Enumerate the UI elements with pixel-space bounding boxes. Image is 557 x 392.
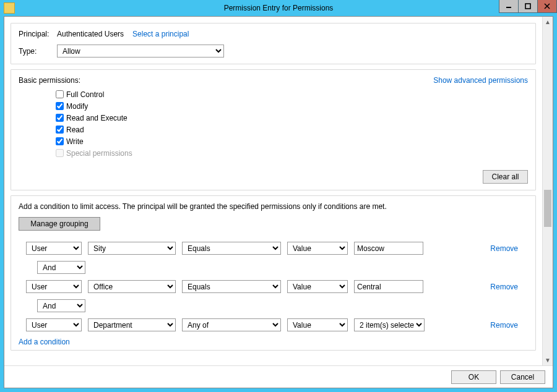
condition-attribute-select[interactable]: Sity	[88, 242, 176, 255]
condition-joiner-row: And	[26, 299, 528, 312]
perm-write-checkbox[interactable]	[56, 137, 64, 145]
condition-row: User Sity Equals Value Remove	[26, 242, 528, 255]
advanced-permissions-link[interactable]: Show advanced permissions	[433, 76, 528, 85]
condition-operator-select[interactable]: Any of	[182, 318, 281, 331]
condition-valuetype-select[interactable]: Value	[287, 280, 348, 293]
condition-subject-select[interactable]: User	[26, 242, 82, 255]
condition-subject-select[interactable]: User	[26, 280, 82, 293]
minimize-button[interactable]	[499, 0, 519, 13]
conditions-panel: Add a condition to limit access. The pri…	[11, 195, 536, 351]
cancel-button[interactable]: Cancel	[500, 370, 545, 384]
scroll-thumb[interactable]	[544, 190, 551, 227]
content-scroll: Principal: Authenticated Users Select a …	[4, 17, 542, 365]
permissions-panel: Basic permissions: Show advanced permiss…	[11, 69, 536, 190]
principal-panel: Principal: Authenticated Users Select a …	[11, 23, 536, 64]
maximize-button[interactable]	[518, 0, 538, 13]
condition-valuetype-select[interactable]: Value	[287, 318, 348, 331]
perm-full-control-checkbox[interactable]	[56, 90, 64, 98]
remove-condition-link[interactable]: Remove	[490, 283, 518, 291]
condition-multi-value-select[interactable]: 2 item(s) selected	[354, 318, 425, 331]
svg-rect-1	[525, 4, 530, 9]
perm-special-checkbox	[56, 149, 64, 157]
add-condition-link[interactable]: Add a condition	[19, 338, 528, 346]
condition-joiner-select[interactable]: And	[37, 299, 85, 312]
titlebar: Permission Entry for Permissions	[0, 0, 557, 16]
principal-label: Principal:	[19, 30, 57, 38]
perm-label: Write	[66, 137, 84, 146]
condition-attribute-select[interactable]: Office	[88, 280, 176, 293]
permissions-list: Full Control Modify Read and Execute Rea…	[56, 88, 528, 159]
close-button[interactable]	[537, 0, 557, 13]
basic-permissions-label: Basic permissions:	[19, 76, 80, 85]
dialog-button-bar: OK Cancel	[4, 365, 553, 388]
perm-label: Full Control	[66, 90, 104, 99]
perm-modify[interactable]: Modify	[56, 100, 528, 112]
condition-operator-select[interactable]: Equals	[182, 280, 281, 293]
remove-condition-link[interactable]: Remove	[490, 244, 518, 253]
condition-operator-select[interactable]: Equals	[182, 242, 281, 255]
condition-value-input[interactable]	[354, 242, 423, 255]
client-area: Principal: Authenticated Users Select a …	[4, 16, 553, 388]
condition-joiner-row: And	[26, 261, 528, 274]
perm-read[interactable]: Read	[56, 124, 528, 135]
perm-read-execute[interactable]: Read and Execute	[56, 112, 528, 124]
ok-button[interactable]: OK	[451, 370, 496, 384]
principal-value: Authenticated Users	[57, 30, 124, 38]
type-label: Type:	[19, 47, 57, 56]
select-principal-link[interactable]: Select a principal	[132, 30, 189, 38]
condition-value-input[interactable]	[354, 280, 423, 293]
perm-write[interactable]: Write	[56, 135, 528, 147]
perm-read-checkbox[interactable]	[56, 126, 64, 134]
conditions-description: Add a condition to limit access. The pri…	[19, 202, 528, 211]
remove-condition-link[interactable]: Remove	[490, 321, 518, 330]
perm-label: Special permissions	[66, 149, 132, 158]
condition-attribute-select[interactable]: Department	[88, 318, 176, 331]
perm-label: Read	[66, 126, 84, 134]
window-title: Permission Entry for Permissions	[0, 4, 557, 12]
condition-row: User Office Equals Value Remove	[26, 280, 528, 293]
condition-subject-select[interactable]: User	[26, 318, 82, 331]
clear-all-button[interactable]: Clear all	[483, 170, 528, 184]
condition-joiner-select[interactable]: And	[37, 261, 85, 274]
scroll-down-icon[interactable]: ▼	[543, 355, 553, 365]
condition-valuetype-select[interactable]: Value	[287, 242, 348, 255]
type-select[interactable]: Allow	[57, 45, 224, 58]
perm-special: Special permissions	[56, 147, 528, 159]
perm-full-control[interactable]: Full Control	[56, 88, 528, 100]
perm-modify-checkbox[interactable]	[56, 102, 64, 110]
window-controls	[499, 0, 557, 13]
manage-grouping-button[interactable]: Manage grouping	[19, 217, 100, 231]
condition-row: User Department Any of Value 2 item(s) s…	[26, 318, 528, 331]
perm-read-execute-checkbox[interactable]	[56, 114, 64, 122]
perm-label: Read and Execute	[66, 114, 127, 122]
vertical-scrollbar[interactable]: ▲ ▼	[542, 17, 553, 365]
scroll-up-icon[interactable]: ▲	[543, 17, 553, 27]
perm-label: Modify	[66, 102, 88, 111]
